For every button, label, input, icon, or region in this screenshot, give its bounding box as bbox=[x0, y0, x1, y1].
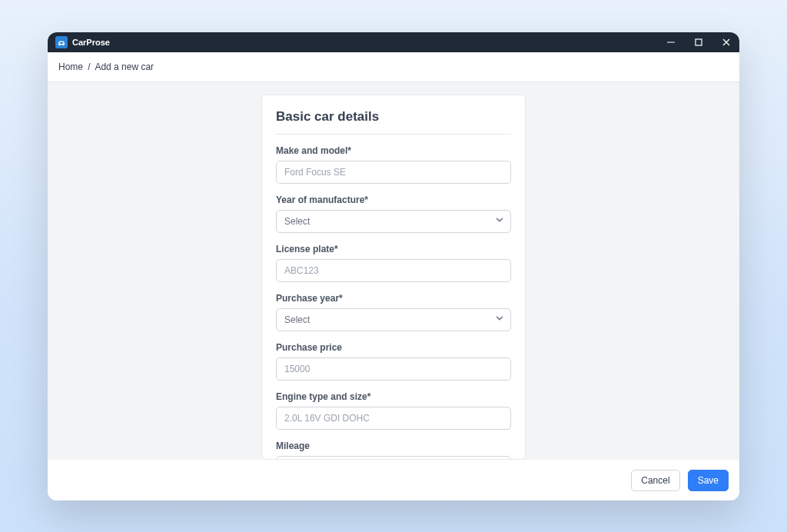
label-purchase-price: Purchase price bbox=[276, 342, 511, 353]
app-logo-icon bbox=[55, 36, 68, 48]
breadcrumb-home[interactable]: Home bbox=[58, 62, 83, 72]
label-year-manufacture: Year of manufacture* bbox=[276, 195, 511, 205]
app-title: CarProse bbox=[72, 38, 110, 47]
window-close-icon[interactable] bbox=[721, 37, 732, 48]
footer-actions: Cancel Save bbox=[48, 460, 739, 500]
form-title: Basic car details bbox=[276, 109, 511, 135]
form-card: Basic car details Make and model* Year o… bbox=[261, 95, 526, 460]
field-purchase-price: Purchase price bbox=[276, 342, 511, 381]
input-license-plate[interactable] bbox=[276, 259, 511, 282]
breadcrumb: Home / Add a new car bbox=[48, 52, 739, 82]
app-window: CarProse Home / Add a new car Basic car … bbox=[48, 32, 739, 500]
breadcrumb-current: Add a new car bbox=[95, 62, 154, 72]
input-engine[interactable] bbox=[276, 407, 511, 430]
label-purchase-year: Purchase year* bbox=[276, 293, 511, 304]
select-year-manufacture[interactable]: Select bbox=[276, 210, 511, 233]
content-area: Basic car details Make and model* Year o… bbox=[48, 82, 739, 460]
field-year-manufacture: Year of manufacture* Select bbox=[276, 195, 511, 233]
titlebar: CarProse bbox=[48, 32, 739, 52]
input-make-model[interactable] bbox=[276, 161, 511, 184]
breadcrumb-sep: / bbox=[88, 62, 90, 72]
field-engine: Engine type and size* bbox=[276, 391, 511, 430]
brand: CarProse bbox=[55, 36, 666, 48]
window-controls bbox=[666, 37, 732, 48]
label-make-model: Make and model* bbox=[276, 145, 511, 156]
input-purchase-price[interactable] bbox=[276, 357, 511, 381]
svg-rect-3 bbox=[696, 39, 702, 45]
label-license-plate: License plate* bbox=[276, 244, 511, 254]
save-button[interactable]: Save bbox=[688, 470, 729, 491]
label-mileage: Mileage bbox=[276, 441, 511, 451]
field-license-plate: License plate* bbox=[276, 244, 511, 282]
cancel-button[interactable]: Cancel bbox=[631, 470, 679, 491]
label-engine: Engine type and size* bbox=[276, 391, 511, 402]
field-make-model: Make and model* bbox=[276, 145, 511, 184]
field-mileage: Mileage bbox=[276, 441, 511, 460]
field-purchase-year: Purchase year* Select bbox=[276, 293, 511, 331]
select-purchase-year[interactable]: Select bbox=[276, 308, 511, 331]
window-maximize-icon[interactable] bbox=[693, 37, 704, 48]
window-minimize-icon[interactable] bbox=[666, 37, 676, 48]
